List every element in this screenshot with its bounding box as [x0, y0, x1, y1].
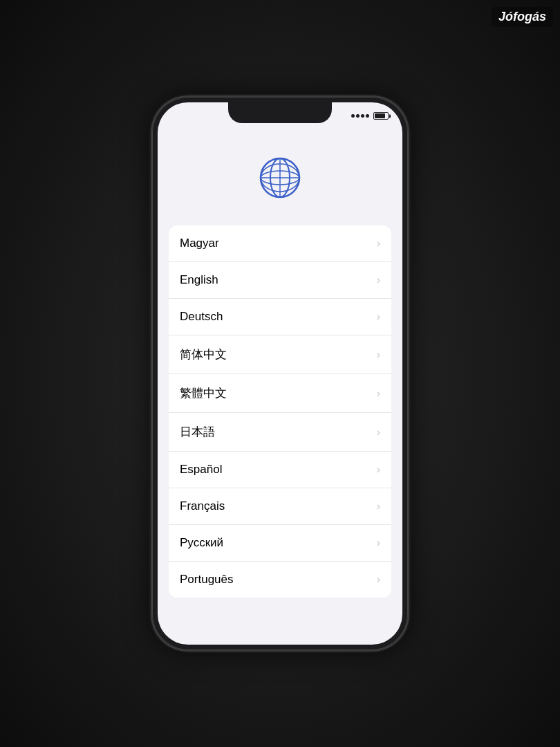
chevron-icon-spanish: ›	[377, 463, 380, 476]
language-name-french: Français	[180, 499, 225, 513]
chevron-icon-japanese: ›	[377, 426, 380, 439]
phone-frame: Magyar›English›Deutsch›简体中文›繁體中文›日本語›Esp…	[152, 97, 408, 650]
language-item-spanish[interactable]: Español›	[169, 452, 391, 488]
language-item-traditional-chinese[interactable]: 繁體中文›	[169, 374, 391, 413]
battery-fill	[375, 113, 385, 118]
language-item-simplified-chinese[interactable]: 简体中文›	[169, 335, 391, 374]
language-name-spanish: Español	[180, 463, 222, 477]
chevron-icon-traditional-chinese: ›	[377, 387, 380, 400]
language-item-magyar[interactable]: Magyar›	[169, 225, 391, 262]
status-bar-right	[351, 112, 389, 120]
language-name-japanese: 日本語	[180, 424, 215, 440]
language-item-french[interactable]: Français›	[169, 488, 391, 525]
language-item-deutsch[interactable]: Deutsch›	[169, 299, 391, 335]
chevron-icon-english: ›	[377, 274, 380, 286]
chevron-icon-french: ›	[377, 500, 380, 513]
language-item-english[interactable]: English›	[169, 262, 391, 299]
battery-icon	[373, 112, 389, 120]
chevron-icon-deutsch: ›	[377, 311, 380, 323]
language-item-japanese[interactable]: 日本語›	[169, 413, 391, 452]
language-name-portuguese: Português	[180, 573, 234, 587]
phone-screen: Magyar›English›Deutsch›简体中文›繁體中文›日本語›Esp…	[158, 102, 402, 645]
signal-icon	[351, 114, 369, 118]
language-name-russian: Русский	[180, 536, 223, 550]
language-name-deutsch: Deutsch	[180, 310, 223, 324]
language-list: Magyar›English›Deutsch›简体中文›繁體中文›日本語›Esp…	[158, 225, 402, 598]
language-name-simplified-chinese: 简体中文	[180, 347, 227, 362]
screen-content: Magyar›English›Deutsch›简体中文›繁體中文›日本語›Esp…	[158, 133, 402, 645]
language-name-magyar: Magyar	[180, 237, 219, 250]
watermark: Jófogás	[492, 7, 553, 27]
language-item-portuguese[interactable]: Português›	[169, 562, 391, 598]
chevron-icon-simplified-chinese: ›	[377, 349, 380, 361]
language-name-traditional-chinese: 繁體中文	[180, 385, 227, 401]
chevron-icon-portuguese: ›	[377, 573, 380, 586]
notch	[228, 102, 332, 123]
chevron-icon-russian: ›	[377, 537, 380, 549]
language-item-russian[interactable]: Русский›	[169, 525, 391, 562]
language-name-english: English	[180, 273, 218, 287]
globe-icon	[256, 154, 304, 205]
chevron-icon-magyar: ›	[377, 237, 380, 250]
